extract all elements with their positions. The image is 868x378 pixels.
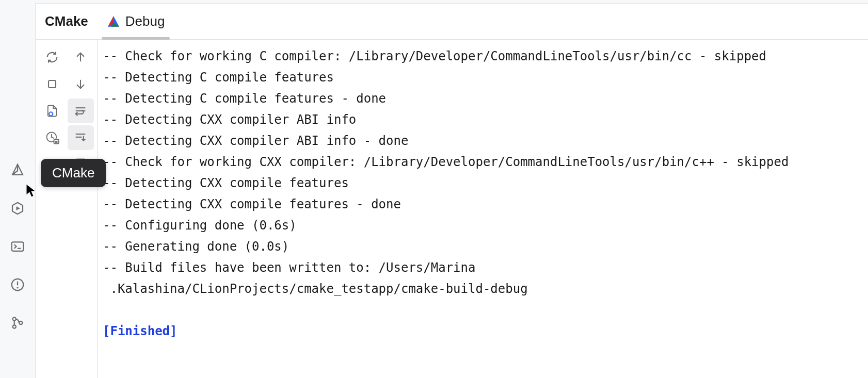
svg-rect-26	[77, 166, 84, 170]
svg-point-7	[19, 321, 22, 324]
left-rail	[0, 0, 35, 378]
svg-point-4	[17, 287, 18, 288]
cmake-logo-icon	[107, 15, 120, 28]
print-button[interactable]	[68, 152, 94, 177]
up-arrow-button[interactable]	[68, 45, 94, 70]
svg-point-6	[13, 325, 16, 328]
vcs-icon[interactable]	[7, 313, 28, 333]
tabbar: CMake Debug	[36, 4, 868, 40]
svg-marker-0	[17, 206, 21, 210]
svg-rect-1	[12, 242, 24, 251]
tab-cmake[interactable]: CMake	[45, 4, 88, 39]
tab-debug-label: Debug	[125, 13, 165, 29]
cmake-panel: CMake Debug	[35, 3, 868, 378]
history-button[interactable]	[39, 125, 66, 150]
soft-wrap-button[interactable]	[68, 98, 94, 123]
console-output[interactable]: -- Check for working C compiler: /Librar…	[98, 40, 868, 378]
cmake-tool-icon[interactable]	[7, 160, 28, 180]
scroll-to-end-button[interactable]	[68, 125, 94, 150]
tab-cmake-label: CMake	[45, 13, 88, 29]
problems-icon[interactable]	[7, 274, 28, 295]
reload-button[interactable]	[39, 45, 66, 70]
svg-point-14	[49, 112, 53, 116]
down-arrow-button[interactable]	[68, 72, 94, 96]
stop-button[interactable]	[39, 72, 66, 96]
console-lines: -- Check for working C compiler: /Librar…	[103, 49, 789, 296]
console-toolbar	[36, 40, 98, 378]
svg-point-5	[13, 317, 16, 320]
panel-body: -- Check for working C compiler: /Librar…	[36, 40, 868, 378]
terminal-icon[interactable]	[7, 236, 28, 257]
settings-file-button[interactable]	[39, 98, 66, 123]
services-icon[interactable]	[7, 198, 28, 219]
svg-rect-12	[49, 80, 56, 88]
tab-debug[interactable]: Debug	[107, 4, 165, 39]
console-status: [Finished]	[103, 324, 178, 338]
